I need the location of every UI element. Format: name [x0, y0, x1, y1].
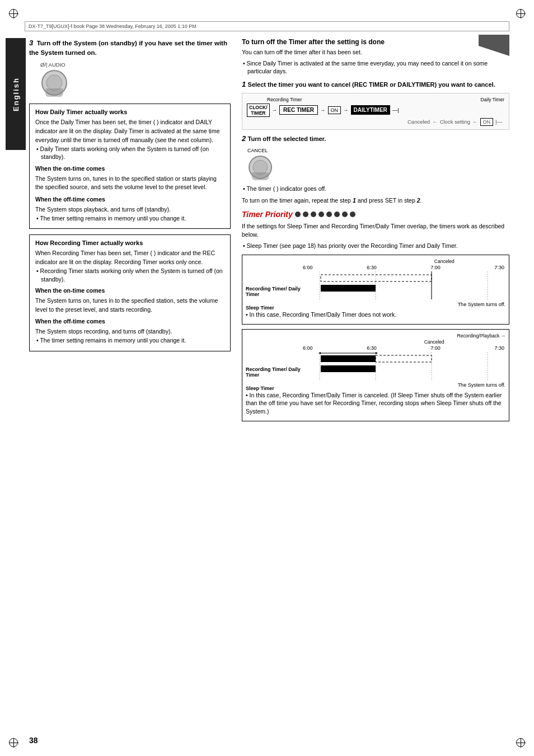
power-button-visual: [40, 69, 68, 97]
chart1-bars-area: Canceled 6:00 6:30 7:00 7:30: [302, 259, 505, 307]
chart1-row2-label: Sleep Timer: [246, 305, 302, 311]
time2-630: 6:30: [367, 345, 377, 351]
left-column: 3 Turn off the System (on standby) if yo…: [29, 38, 231, 357]
timer-chart-1: Canceled 6:00 6:30 7:00 7:30: [242, 255, 509, 325]
priority-dot-3: [311, 212, 316, 217]
chart2-time-labels: 6:00 6:30 7:00 7:30: [302, 345, 505, 351]
cancel-label: CANCEL: [247, 148, 509, 153]
priority-dot-7: [342, 212, 348, 217]
rec-timer-top-row: CLOCK/ TIMER → REC TIMER → ON → DAILYTIM…: [247, 104, 504, 117]
priority-dot-4: [318, 212, 324, 217]
priority-dot-2: [303, 212, 308, 217]
on-box-2: ON: [480, 118, 494, 126]
recording-when-on-body: The System turns on, tunes in to the spe…: [35, 297, 224, 314]
button-diagram-power: Ø/| AUDIO: [40, 62, 231, 97]
left-arrow2: ←: [472, 119, 478, 125]
turn-off-intro: You can turn off the timer after it has …: [242, 48, 509, 57]
clock-timer-line2: TIMER: [249, 110, 268, 116]
timer-priority-title: Timer Priority: [242, 210, 509, 219]
turn-on-step1: 1: [353, 197, 356, 204]
svg-rect-17: [376, 355, 432, 362]
diagram-labels-row: Recording Timer Daily Timer: [247, 97, 504, 102]
sidebar-language: English: [12, 77, 20, 111]
turn-on-and: and press SET in step: [358, 197, 415, 204]
priority-dot-1: [295, 212, 301, 217]
step3-heading: 3 Turn off the System (on standby) if yo…: [29, 38, 231, 57]
page-number: 38: [29, 736, 38, 745]
step3-number: 3: [29, 39, 33, 47]
step1-text: Select the timer you want to cancel (REC…: [248, 81, 495, 88]
cancel-diagram: CANCEL: [247, 148, 509, 180]
recording-when-off-body: The System stops recording, and turns of…: [35, 327, 224, 336]
priority-dot-5: [326, 212, 332, 217]
daily-when-off-body: The System stops playback, and turns off…: [35, 205, 224, 214]
clock-timer-box: CLOCK/ TIMER: [247, 104, 270, 117]
chart1-canceled: Canceled: [383, 259, 505, 264]
recording-timer-bullet1: Recording Timer starts working only when…: [35, 267, 224, 283]
svg-rect-18: [321, 365, 376, 372]
chart1-system-off: The System turns off.: [302, 302, 505, 307]
time-630: 6:30: [367, 265, 377, 270]
rec-timer-box: REC TIMER: [279, 105, 318, 115]
recording-timer-intro: When Recording Timer has been set, Timer…: [35, 250, 215, 265]
daily-timer-intro: Once the Daily Timer has been set, the t…: [35, 119, 220, 143]
main-content: 3 Turn off the System (on standby) if yo…: [29, 38, 509, 734]
timer-priority-text: Timer Priority: [242, 210, 293, 219]
reg-mark-tr: [516, 9, 525, 18]
time2-600: 6:00: [303, 345, 313, 351]
timer-priority-intro: If the settings for Sleep Timer and Reco…: [242, 222, 509, 240]
cancel-button-visual: [247, 154, 273, 180]
step2-heading-wrapper: 2 Turn off the selected timer.: [242, 134, 509, 143]
btn-label-power: Ø/| AUDIO: [40, 62, 65, 68]
reg-mark-tl: [9, 9, 18, 18]
daily-timer-box-title: How Daily Timer actually works: [35, 109, 224, 115]
timer-chart-2: Recording/Playback → Canceled 6:00 6:30 …: [242, 329, 509, 421]
canceled-text: Canceled: [407, 119, 430, 125]
daily-timer-label: Daily Timer: [480, 97, 504, 102]
chart2-note: • In this case, Recording Timer/Daily Ti…: [246, 391, 505, 416]
svg-rect-10: [321, 285, 376, 292]
priority-dot-8: [350, 212, 355, 217]
turn-off-section-title: To turn off the Timer after the setting …: [242, 38, 509, 46]
chart2-system-off: The System turns off.: [302, 382, 505, 388]
chart2-svg: [302, 352, 505, 380]
daily-when-on-heading: When the on-time comes: [35, 165, 224, 173]
recording-timer-box-title: How Recording Timer actually works: [35, 240, 224, 246]
turn-off-bullet: Since Daily Timer is activated at the sa…: [242, 59, 509, 76]
recording-when-off-bullet: The timer setting remains in memory unti…: [35, 336, 224, 345]
svg-rect-16: [321, 355, 376, 362]
left-arrow: ←: [432, 119, 438, 125]
clock-timer-line1: CLOCK/: [249, 105, 268, 110]
sidebar: English: [6, 38, 26, 150]
svg-rect-9: [321, 275, 432, 281]
svg-point-2: [46, 75, 62, 91]
step1-number: 1: [242, 80, 246, 88]
arrow4: —|: [392, 107, 399, 113]
daily-when-off-bullet: The timer setting remains in memory unti…: [35, 214, 224, 223]
canceled-row: Canceled ← Clock setting ← ON |—: [247, 118, 504, 126]
arrow2: →: [320, 107, 326, 113]
step1-heading-wrapper: 1 Select the timer you want to cancel (R…: [242, 80, 509, 89]
chart1-row-labels: Recording Timer/ Daily Timer Sleep Timer: [246, 286, 302, 311]
daily-timer-bullet1: Daily Timer starts working only when the…: [35, 145, 224, 161]
arrow3: →: [343, 107, 349, 113]
how-recording-timer-box: How Recording Timer actually works When …: [29, 234, 231, 351]
chart1-row1-label: Recording Timer/ Daily Timer: [246, 286, 302, 297]
header-text: DX-T7_T9[UGUX]-f.book Page 38 Wednesday,…: [29, 24, 196, 29]
reg-mark-bl: [9, 738, 18, 747]
step2-number: 2: [242, 134, 246, 143]
svg-marker-20: [376, 352, 378, 354]
priority-dot-6: [334, 212, 340, 217]
time-730: 7:30: [494, 265, 504, 270]
recording-timer-label: Recording Timer: [267, 97, 302, 102]
recording-when-on-heading: When the on-time comes: [35, 287, 224, 295]
chart2-recording-label: Recording/Playback →: [302, 333, 505, 339]
chart1-note: • In this case, Recording Timer/Daily Ti…: [246, 311, 505, 319]
time-600: 6:00: [303, 265, 313, 270]
left-arrow3: |—: [495, 119, 502, 125]
chart1-svg: [302, 271, 505, 299]
header-bar: DX-T7_T9[UGUX]-f.book Page 38 Wednesday,…: [25, 21, 509, 31]
timer-indicator-note: The timer ( ) indicator goes off.: [242, 185, 509, 193]
daily-when-on-body: The System turns on, tunes in to the spe…: [35, 175, 224, 192]
chart2-canceled: Canceled: [363, 339, 505, 345]
